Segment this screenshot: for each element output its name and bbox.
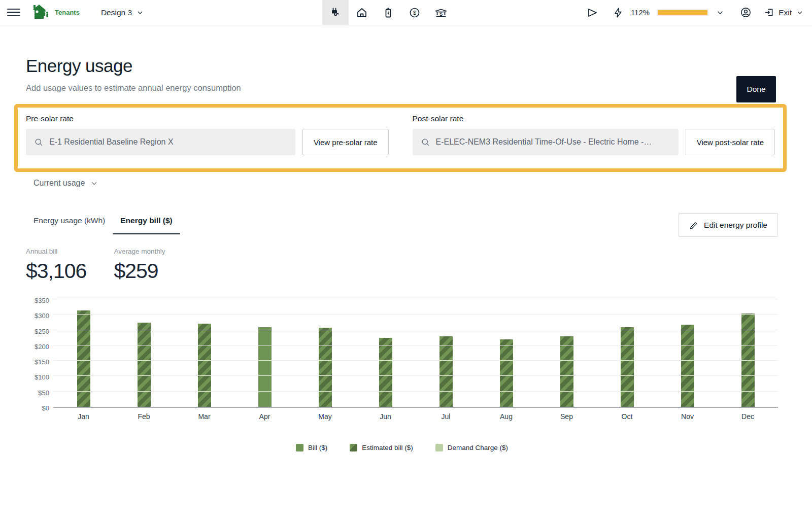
post-solar-rate-label: Post-solar rate (413, 114, 775, 123)
y-tick-label: $100 (35, 373, 49, 381)
home-icon (356, 7, 368, 19)
chevron-down-icon[interactable] (716, 8, 725, 17)
pre-solar-rate-label: Pre-solar rate (26, 114, 389, 123)
view-pre-solar-rate-button[interactable]: View pre-solar rate (302, 129, 389, 155)
app-logo: Tenants (29, 4, 80, 22)
svg-text:$: $ (413, 10, 416, 16)
pricing-tool-button[interactable]: $ (401, 0, 428, 25)
legend-item: Demand Charge ($) (435, 444, 508, 451)
x-tick-label: Apr (234, 412, 295, 421)
chevron-down-icon (796, 9, 804, 17)
pre-solar-rate-section: Pre-solar rate E-1 Residential Baseline … (26, 114, 389, 155)
exit-label: Exit (779, 8, 792, 17)
battery-tool-button[interactable] (375, 0, 401, 25)
done-button[interactable]: Done (736, 76, 776, 102)
legend-item: Estimated bill ($) (350, 444, 413, 451)
exit-icon (764, 7, 774, 18)
pre-solar-rate-value: E-1 Residential Baseline Region X (49, 137, 174, 147)
x-tick-label: Aug (476, 412, 536, 421)
chart-y-axis: $0$50$100$150$200$250$300$350 (26, 300, 53, 408)
current-usage-label: Current usage (33, 179, 85, 188)
y-tick-label: $50 (38, 389, 49, 396)
x-tick-label: Dec (718, 412, 778, 421)
average-monthly-label: Average monthly (114, 248, 165, 255)
edit-energy-profile-button[interactable]: Edit energy profile (679, 213, 778, 237)
pre-solar-rate-input[interactable]: E-1 Residential Baseline Region X (26, 129, 295, 155)
chart-legend: Bill ($)Estimated bill ($)Demand Charge … (26, 444, 778, 451)
svg-text:$: $ (439, 10, 443, 16)
bill-bar-aug[interactable] (500, 339, 513, 407)
design-selector[interactable]: Design 3 (101, 8, 144, 17)
exit-button[interactable]: Exit (764, 7, 804, 18)
chart-x-axis: JanFebMarAprMayJunJulAugSepOctNovDec (53, 412, 778, 421)
gridline (53, 299, 778, 299)
design-selector-label: Design 3 (101, 8, 132, 17)
chevron-down-icon (136, 9, 144, 17)
legend-label: Bill ($) (308, 444, 327, 451)
gridline (53, 360, 778, 361)
x-tick-label: Sep (536, 412, 597, 421)
pencil-icon (689, 220, 699, 230)
help-support-icon[interactable] (740, 7, 752, 18)
bill-bar-mar[interactable] (198, 324, 211, 407)
y-tick-label: $300 (35, 312, 49, 320)
average-monthly-stat: Average monthly $259 (114, 248, 165, 283)
bill-bar-apr[interactable] (258, 327, 272, 407)
y-tick-label: $350 (35, 297, 49, 304)
legend-swatch-icon (350, 444, 357, 451)
bill-bar-jun[interactable] (379, 338, 392, 407)
offset-percentage: 112% (631, 8, 650, 17)
annual-bill-value: $3,106 (26, 259, 86, 283)
bill-bar-may[interactable] (319, 328, 332, 407)
gridline (53, 391, 778, 392)
bill-bar-jan[interactable] (77, 310, 90, 407)
energy-bill-chart: $0$50$100$150$200$250$300$350 JanFebMarA… (26, 300, 778, 451)
edit-energy-profile-label: Edit energy profile (704, 221, 767, 230)
x-tick-label: Mar (174, 412, 234, 421)
tenants-house-logo-icon (29, 4, 52, 22)
x-tick-label: Jul (416, 412, 476, 421)
post-solar-rate-input[interactable]: E-ELEC-NEM3 Residential Time-Of-Use - El… (413, 129, 679, 155)
tab-energy-usage-kwh[interactable]: Energy usage (kWh) (26, 213, 113, 234)
search-icon (34, 137, 44, 147)
battery-icon (382, 7, 394, 19)
plug-icon (329, 7, 342, 19)
rate-selection-highlight: Pre-solar rate E-1 Residential Baseline … (14, 104, 787, 172)
bill-bar-feb[interactable] (138, 323, 151, 407)
chart-plot (53, 300, 778, 408)
run-simulation-icon[interactable] (586, 7, 598, 19)
annual-bill-stat: Annual bill $3,106 (26, 248, 86, 283)
current-usage-toggle[interactable]: Current usage (33, 179, 98, 188)
page-title: Energy usage (26, 56, 778, 76)
home-tool-button[interactable] (349, 0, 375, 25)
legend-item: Bill ($) (296, 444, 327, 451)
hamburger-menu-icon[interactable] (7, 6, 20, 19)
x-tick-label: May (295, 412, 355, 421)
x-tick-label: Oct (597, 412, 657, 421)
legend-label: Demand Charge ($) (448, 444, 508, 451)
page-subtitle: Add usage values to estimate annual ener… (26, 83, 778, 93)
legend-label: Estimated bill ($) (362, 444, 413, 451)
offset-progress-bar (657, 9, 708, 16)
gridline (53, 314, 778, 315)
offset-progress-fill (658, 10, 707, 15)
gridline (53, 330, 778, 330)
x-tick-label: Jun (355, 412, 416, 421)
average-monthly-value: $259 (114, 259, 165, 283)
brand-name: Tenants (55, 9, 80, 16)
post-solar-rate-value: E-ELEC-NEM3 Residential Time-Of-Use - El… (436, 137, 652, 147)
bill-bar-nov[interactable] (681, 325, 694, 407)
x-tick-label: Jan (53, 412, 114, 421)
gridline (53, 375, 778, 376)
bill-bar-oct[interactable] (621, 327, 634, 407)
bank-dollar-icon: $ (434, 7, 448, 19)
search-icon (421, 137, 430, 147)
electrical-plug-tool-button[interactable] (322, 0, 349, 25)
tab-energy-bill[interactable]: Energy bill ($) (113, 213, 180, 234)
legend-swatch-icon (435, 444, 443, 451)
view-post-solar-rate-button[interactable]: View post-solar rate (686, 129, 775, 155)
energy-offset-bolt-icon (613, 7, 624, 18)
bill-bar-jul[interactable] (439, 336, 453, 407)
bill-bar-sep[interactable] (560, 336, 573, 407)
financing-tool-button[interactable]: $ (428, 0, 454, 25)
